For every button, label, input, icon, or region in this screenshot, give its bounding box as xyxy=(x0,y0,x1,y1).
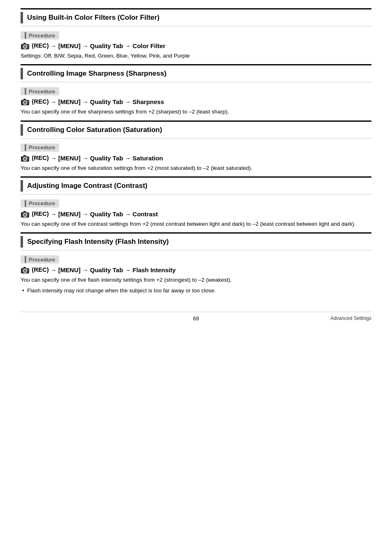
nav-path-sharpness: (REC)→[MENU]→Quality Tab→Sharpness xyxy=(21,98,371,106)
nav-arrow: → xyxy=(51,266,57,273)
section-header-flash-intensity: Specifying Flash Intensity (Flash Intens… xyxy=(21,232,371,250)
camera-rec-icon: (REC) xyxy=(21,266,49,274)
camera-icon xyxy=(21,42,30,50)
camera-icon xyxy=(21,155,30,162)
nav-item: Quality Tab xyxy=(90,42,123,49)
svg-rect-4 xyxy=(27,45,28,46)
procedure-bar-icon xyxy=(25,200,26,207)
camera-rec-icon: (REC) xyxy=(21,210,49,218)
procedure-label: Procedure xyxy=(29,88,55,95)
camera-icon xyxy=(21,266,30,274)
nav-arrow: → xyxy=(125,155,131,162)
nav-arrow: → xyxy=(125,266,131,273)
nav-arrow: → xyxy=(51,211,57,218)
procedure-label: Procedure xyxy=(29,200,55,206)
body-text-saturation: You can specify one of five saturation s… xyxy=(21,164,371,172)
procedure-badge: Procedure xyxy=(21,31,59,39)
footer-section-label: Advanced Settings xyxy=(254,315,371,321)
section-bar-icon xyxy=(21,68,23,79)
section-bar-icon xyxy=(21,124,23,136)
procedure-label: Procedure xyxy=(29,32,55,39)
svg-rect-14 xyxy=(27,157,28,157)
section-title-saturation: Controlling Color Saturation (Saturation… xyxy=(27,126,162,134)
svg-rect-19 xyxy=(27,213,28,213)
section-title-color-filter: Using Built-in Color Filters (Color Filt… xyxy=(27,14,159,22)
svg-rect-24 xyxy=(27,269,28,270)
section-header-contrast: Adjusting Image Contrast (Contrast) xyxy=(21,176,371,194)
procedure-badge: Procedure xyxy=(21,255,59,264)
procedure-label: Procedure xyxy=(29,144,55,150)
nav-item: Saturation xyxy=(133,155,163,162)
section-sharpness: Controlling Image Sharpness (Sharpness)P… xyxy=(21,64,371,116)
body-text-color-filter: Settings: Off, B/W, Sepia, Red, Green, B… xyxy=(21,52,371,60)
section-title-flash-intensity: Specifying Flash Intensity (Flash Intens… xyxy=(27,238,169,246)
body-text-flash-intensity: You can specify one of five flash intens… xyxy=(21,276,371,284)
section-contrast: Adjusting Image Contrast (Contrast)Proce… xyxy=(21,176,371,228)
nav-arrow: → xyxy=(82,42,88,49)
section-color-filter: Using Built-in Color Filters (Color Filt… xyxy=(21,8,371,60)
procedure-bar-icon xyxy=(25,32,26,39)
procedure-bar-icon xyxy=(25,256,26,263)
nav-item: Quality Tab xyxy=(90,155,123,162)
nav-arrow: → xyxy=(82,211,88,218)
bullet-text-flash-intensity: Flash intensity may not change when the … xyxy=(21,287,371,295)
procedure-label: Procedure xyxy=(29,257,55,263)
section-header-saturation: Controlling Color Saturation (Saturation… xyxy=(21,120,371,139)
section-title-sharpness: Controlling Image Sharpness (Sharpness) xyxy=(27,69,166,78)
nav-item: Quality Tab xyxy=(90,266,123,273)
section-bar-icon xyxy=(21,236,23,248)
section-header-sharpness: Controlling Image Sharpness (Sharpness) xyxy=(21,64,371,82)
nav-item: [MENU] xyxy=(58,42,81,49)
section-title-contrast: Adjusting Image Contrast (Contrast) xyxy=(27,182,148,190)
camera-rec-icon: (REC) xyxy=(21,42,49,50)
nav-item: Quality Tab xyxy=(90,211,123,218)
camera-rec-icon: (REC) xyxy=(21,98,49,106)
section-saturation: Controlling Color Saturation (Saturation… xyxy=(21,120,371,172)
section-bar-icon xyxy=(21,12,23,23)
nav-item: [MENU] xyxy=(58,211,81,218)
nav-arrow: → xyxy=(125,98,131,105)
nav-arrow: → xyxy=(51,98,57,105)
nav-item: [MENU] xyxy=(58,98,81,105)
nav-item: Flash Intensity xyxy=(133,266,176,273)
procedure-bar-icon xyxy=(25,144,26,151)
nav-item: [MENU] xyxy=(58,266,81,273)
nav-path-flash-intensity: (REC)→[MENU]→Quality Tab→Flash Intensity xyxy=(21,266,371,274)
camera-icon xyxy=(21,211,30,218)
nav-arrow: → xyxy=(51,42,57,49)
nav-item: Sharpness xyxy=(133,98,164,105)
nav-arrow: → xyxy=(82,98,88,105)
section-bar-icon xyxy=(21,180,23,192)
camera-rec-icon: (REC) xyxy=(21,154,49,162)
procedure-badge: Procedure xyxy=(21,199,59,208)
svg-rect-13 xyxy=(23,155,26,157)
section-header-color-filter: Using Built-in Color Filters (Color Filt… xyxy=(21,8,371,26)
page-footer: 69Advanced Settings xyxy=(21,312,371,322)
nav-item: Contrast xyxy=(133,211,158,218)
procedure-badge: Procedure xyxy=(21,87,59,95)
nav-item: Color Filter xyxy=(133,42,166,49)
procedure-bar-icon xyxy=(25,88,26,95)
nav-arrow: → xyxy=(51,155,57,162)
svg-rect-8 xyxy=(23,99,26,100)
procedure-badge: Procedure xyxy=(21,144,59,152)
nav-item: Quality Tab xyxy=(90,98,123,105)
body-text-contrast: You can specify one of five contrast set… xyxy=(21,220,371,228)
svg-rect-9 xyxy=(27,101,28,102)
nav-path-color-filter: (REC)→[MENU]→Quality Tab→Color Filter xyxy=(21,42,371,50)
nav-path-contrast: (REC)→[MENU]→Quality Tab→Contrast xyxy=(21,210,371,218)
footer-page-number: 69 xyxy=(138,315,255,322)
nav-arrow: → xyxy=(125,211,131,218)
section-flash-intensity: Specifying Flash Intensity (Flash Intens… xyxy=(21,232,371,295)
svg-rect-23 xyxy=(23,267,26,269)
nav-arrow: → xyxy=(82,266,88,273)
camera-icon xyxy=(21,98,30,106)
nav-arrow: → xyxy=(82,155,88,162)
body-text-sharpness: You can specify one of five sharpness se… xyxy=(21,108,371,116)
nav-path-saturation: (REC)→[MENU]→Quality Tab→Saturation xyxy=(21,154,371,162)
svg-rect-3 xyxy=(23,43,26,44)
nav-arrow: → xyxy=(125,42,131,49)
nav-item: [MENU] xyxy=(58,155,81,162)
svg-rect-18 xyxy=(23,211,26,213)
